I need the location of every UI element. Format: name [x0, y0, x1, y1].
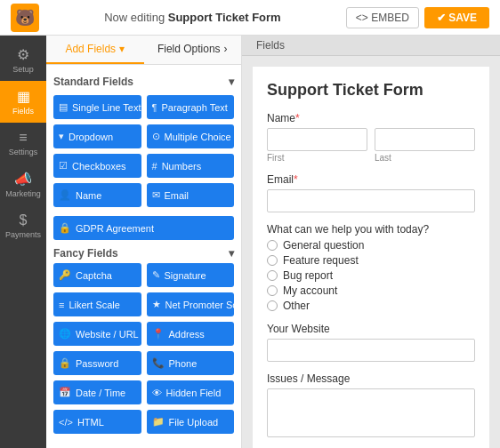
name-row: First Last: [267, 128, 475, 163]
radio-item-bug: Bug report: [267, 269, 475, 282]
website-input[interactable]: [267, 339, 475, 362]
multiple-choice-label: Multiple Choice: [165, 132, 231, 142]
field-btn-captcha[interactable]: 🔑 Captcha: [53, 263, 141, 287]
sidebar-item-settings[interactable]: ≡ Settings: [0, 123, 46, 164]
editing-label: Now editing: [104, 11, 165, 24]
field-btn-likert-scale[interactable]: ≡ Likert Scale: [53, 292, 141, 316]
radio-label-general: General question: [283, 239, 364, 252]
field-btn-date-time[interactable]: 📅 Date / Time: [53, 380, 141, 404]
marketing-icon: 📣: [14, 171, 32, 188]
form-field-email: Email*: [267, 173, 475, 212]
message-field-label: Issues / Message: [267, 372, 475, 385]
name-last-input[interactable]: [375, 128, 475, 151]
field-btn-password[interactable]: 🔒 Password: [53, 351, 141, 375]
field-btn-numbers[interactable]: # Numbers: [147, 154, 235, 178]
captcha-icon: 🔑: [59, 269, 71, 281]
radio-circle-bug[interactable]: [267, 270, 278, 281]
dropdown-icon: ▾: [59, 131, 64, 142]
radio-circle-feature[interactable]: [267, 255, 278, 266]
radio-circle-other[interactable]: [267, 300, 278, 311]
standard-fields-grid: ▤ Single Line Text ¶ Paragraph Text ▾ Dr…: [53, 95, 234, 207]
field-btn-single-line-text[interactable]: ▤ Single Line Text: [53, 95, 141, 119]
sidebar-item-fields-label: Fields: [12, 107, 34, 116]
email-input[interactable]: [267, 189, 475, 212]
sidebar-item-payments[interactable]: $ Payments: [0, 205, 46, 246]
name-last-sublabel: Last: [375, 153, 475, 163]
html-icon: </>: [59, 417, 73, 428]
radio-group: General question Feature request Bug rep…: [267, 239, 475, 312]
tab-add-fields[interactable]: Add Fields ▾: [46, 36, 144, 64]
field-btn-file-upload[interactable]: 📁 File Upload: [147, 410, 235, 434]
form-field-radio: What can we help you with today? General…: [267, 223, 475, 312]
field-btn-phone[interactable]: 📞 Phone: [147, 351, 235, 375]
field-btn-checkboxes[interactable]: ☑ Checkboxes: [53, 154, 141, 178]
radio-circle-account[interactable]: [267, 285, 278, 296]
single-line-text-label: Single Line Text: [72, 102, 141, 113]
form-title: Support Ticket Form: [267, 81, 475, 100]
website-url-icon: 🌐: [59, 328, 71, 340]
paragraph-text-icon: ¶: [152, 102, 157, 113]
fancy-fields-label: Fancy Fields: [53, 247, 118, 260]
email-icon: ✉: [152, 189, 160, 201]
chevron-up-icon: ▾: [229, 76, 234, 88]
name-icon: 👤: [59, 189, 71, 201]
multiple-choice-icon: ⊙: [152, 131, 160, 142]
form-card: Support Ticket Form Name* First Last: [253, 67, 489, 448]
field-btn-signature[interactable]: ✎ Signature: [147, 263, 235, 287]
sidebar-item-setup[interactable]: ⚙ Setup: [0, 39, 46, 81]
fields-tabs: Add Fields ▾ Field Options ›: [46, 36, 241, 65]
message-textarea[interactable]: [267, 388, 475, 437]
html-label: HTML: [77, 417, 104, 428]
name-first-input[interactable]: [267, 128, 367, 151]
form-field-website: Your Website: [267, 323, 475, 362]
hidden-field-label: Hidden Field: [166, 388, 222, 398]
website-url-label: Website / URL: [76, 329, 139, 340]
likert-scale-icon: ≡: [59, 300, 64, 310]
signature-icon: ✎: [152, 269, 160, 281]
field-btn-dropdown[interactable]: ▾ Dropdown: [53, 124, 141, 148]
settings-icon: ≡: [19, 130, 27, 146]
chevron-down-icon-fancy: ▾: [229, 247, 234, 260]
field-btn-email[interactable]: ✉ Email: [147, 183, 235, 207]
radio-item-general: General question: [267, 239, 475, 252]
payments-icon: $: [20, 212, 28, 228]
field-btn-html[interactable]: </> HTML: [53, 410, 141, 434]
field-btn-paragraph-text[interactable]: ¶ Paragraph Text: [147, 95, 235, 119]
name-first-col: First: [267, 128, 367, 163]
sidebar-item-fields[interactable]: ▦ Fields: [0, 81, 46, 123]
file-upload-icon: 📁: [152, 416, 165, 428]
field-btn-multiple-choice[interactable]: ⊙ Multiple Choice: [147, 124, 235, 148]
dropdown-label: Dropdown: [69, 132, 113, 142]
field-btn-address[interactable]: 📍 Address: [147, 322, 235, 346]
sidebar-item-setup-label: Setup: [12, 65, 34, 74]
field-btn-website-url[interactable]: 🌐 Website / URL: [53, 322, 141, 346]
sidebar-item-marketing[interactable]: 📣 Marketing: [0, 164, 46, 205]
gdpr-icon: 🔒: [59, 222, 71, 234]
radio-circle-general[interactable]: [267, 240, 278, 251]
tab-field-options[interactable]: Field Options ›: [144, 36, 242, 64]
standard-fields-section: Standard Fields ▾: [53, 76, 234, 88]
tab-field-options-label: Field Options: [157, 43, 221, 55]
form-field-name: Name* First Last: [267, 112, 475, 163]
embed-button[interactable]: <> EMBED: [346, 7, 419, 28]
name-field-label: Name*: [267, 112, 475, 124]
address-icon: 📍: [152, 328, 165, 340]
email-label: Email: [165, 190, 190, 201]
save-button[interactable]: ✔ SAVE: [424, 7, 489, 28]
fancy-fields-section: Fancy Fields ▾: [53, 247, 234, 260]
field-btn-net-promoter[interactable]: ★ Net Promoter Score: [147, 292, 235, 316]
date-time-label: Date / Time: [76, 388, 125, 398]
radio-label-bug: Bug report: [283, 269, 333, 282]
name-label-text: Name: [267, 112, 295, 124]
field-btn-name[interactable]: 👤 Name: [53, 183, 141, 207]
email-required: *: [294, 173, 298, 186]
field-btn-hidden-field[interactable]: 👁 Hidden Field: [147, 380, 235, 404]
editing-title: Now editing Support Ticket Form: [104, 11, 280, 24]
checkboxes-label: Checkboxes: [72, 161, 126, 172]
preview-tab-label: Fields: [256, 39, 285, 52]
website-field-label: Your Website: [267, 323, 475, 335]
tab-add-fields-label: Add Fields: [65, 43, 116, 55]
fields-panel: Add Fields ▾ Field Options › Standard Fi…: [46, 36, 242, 448]
field-btn-gdpr[interactable]: 🔒 GDPR Agreement: [53, 216, 234, 240]
top-bar: 🐻 Now editing Support Ticket Form <> EMB…: [0, 0, 500, 36]
